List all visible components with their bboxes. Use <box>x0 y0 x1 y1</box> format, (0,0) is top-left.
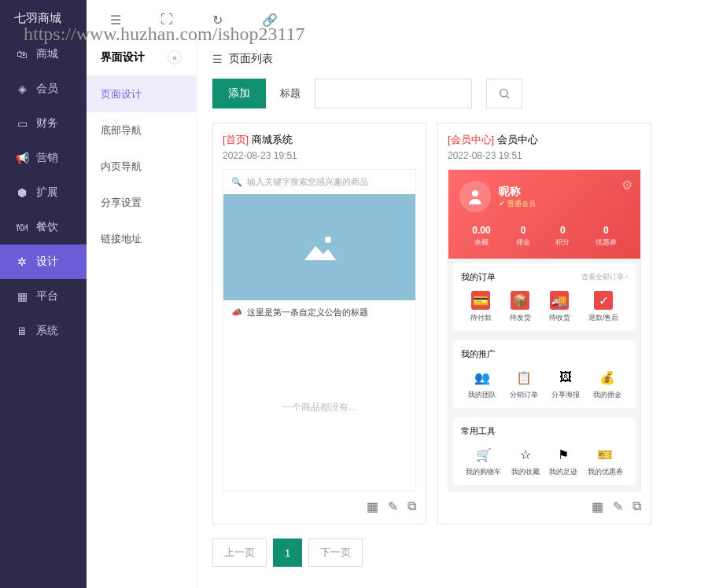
card-date: 2022-08-23 19:51 <box>448 150 641 161</box>
copy-icon[interactable]: ⧉ <box>632 499 641 514</box>
qr-icon[interactable]: ▦ <box>592 499 603 514</box>
edit-icon[interactable]: ✎ <box>613 499 623 514</box>
clipboard-icon: 📋 <box>514 368 533 387</box>
search-icon: 🔍 <box>231 177 242 187</box>
card-title: [会员中心] 会员中心 <box>448 133 641 147</box>
collapse-icon[interactable]: « <box>168 50 182 64</box>
qr-icon[interactable]: ▦ <box>367 499 378 514</box>
speaker-icon: 📣 <box>231 307 242 318</box>
cards-row: [首页] 商城系统 2022-08-23 19:51 🔍 输入关键字搜索您感兴趣… <box>212 123 692 524</box>
truck-icon: 🚚 <box>550 291 569 310</box>
card-title: [首页] 商城系统 <box>223 133 416 147</box>
order-pending-ship[interactable]: 📦待发货 <box>510 291 531 323</box>
title-label: 标题 <box>280 86 301 101</box>
preview-notice: 📣 这里是第一条自定义公告的标题 <box>223 300 415 325</box>
gear-icon: ⚙ <box>621 178 632 193</box>
team-icon: 👥 <box>473 368 492 387</box>
preview-searchbar: 🔍 输入关键字搜索您感兴趣的商品 <box>223 170 415 194</box>
view-all-orders[interactable]: 查看全部订单 › <box>581 272 629 282</box>
nav-extension[interactable]: ⬢扩展 <box>0 175 87 210</box>
copy-icon[interactable]: ⧉ <box>407 499 416 514</box>
svg-point-5 <box>472 190 478 197</box>
person-icon <box>466 187 485 206</box>
wallet-icon: ▭ <box>16 117 28 130</box>
brand-title: 七羽商城 <box>0 0 87 37</box>
page-1-button[interactable]: 1 <box>273 538 302 567</box>
grid-icon: ▦ <box>16 290 28 303</box>
svg-marker-3 <box>304 246 336 260</box>
promo-commission[interactable]: 💰我的佣金 <box>593 368 621 400</box>
main-content: ☰ 页面列表 添加 标题 [首页] 商城系统 2022-08-23 19:51 … <box>197 39 708 588</box>
svg-point-4 <box>325 237 331 243</box>
subnav-title: 界面设计 « <box>87 39 196 76</box>
subnav-inner-nav[interactable]: 内页导航 <box>87 149 196 185</box>
link-icon[interactable]: 🔗 <box>262 13 278 28</box>
tool-fav[interactable]: ☆我的收藏 <box>511 445 540 477</box>
add-button[interactable]: 添加 <box>212 79 266 108</box>
dish-icon: 🍽 <box>16 221 28 233</box>
refresh-icon[interactable]: ↻ <box>212 13 223 28</box>
cube-icon: ⬢ <box>16 186 28 199</box>
nav-system[interactable]: 🖥系统 <box>0 314 87 348</box>
title-input[interactable] <box>315 79 472 108</box>
preview-hero <box>223 194 415 300</box>
promo-orders[interactable]: 📋分销订单 <box>510 368 538 400</box>
nav-food[interactable]: 🍽餐饮 <box>0 210 87 244</box>
orders-block: 我的订单查看全部订单 › 💳待付款 📦待发货 🚚待收货 ✓退款/售后 <box>453 263 636 331</box>
pagination: 上一页 1 下一页 <box>212 538 692 567</box>
megaphone-icon: 📢 <box>16 152 28 164</box>
svg-line-1 <box>507 96 509 98</box>
next-page-button[interactable]: 下一页 <box>308 538 363 567</box>
avatar <box>459 181 491 212</box>
fullscreen-icon[interactable]: ⛶ <box>160 13 173 27</box>
star-icon: ☆ <box>516 445 535 464</box>
tool-cart[interactable]: 🛒我的购物车 <box>466 445 501 477</box>
cart-icon: 🛒 <box>474 445 493 464</box>
card-date: 2022-08-23 19:51 <box>223 150 416 161</box>
subnav-bottom-nav[interactable]: 底部导航 <box>87 112 196 149</box>
card-member: [会员中心] 会员中心 2022-08-23 19:51 ⚙ 昵称 ✔ 普通会员 <box>437 123 651 524</box>
menu-toggle-icon[interactable]: ☰ <box>110 13 121 28</box>
order-pending-receive[interactable]: 🚚待收货 <box>549 291 570 323</box>
nav-member[interactable]: ◈会员 <box>0 72 87 106</box>
order-pending-pay[interactable]: 💳待付款 <box>470 291 492 323</box>
page-title: ☰ 页面列表 <box>212 47 692 79</box>
member-level: ✔ 普通会员 <box>499 199 536 209</box>
edit-icon[interactable]: ✎ <box>388 499 398 514</box>
wallet-icon: 💳 <box>471 291 490 310</box>
check-icon: ✓ <box>594 291 613 310</box>
preview-empty: 一个商品都没有... <box>223 325 415 491</box>
nav-design[interactable]: ✲设计 <box>0 244 87 279</box>
preview-member: ⚙ 昵称 ✔ 普通会员 0.00余额 0佣金 0积分 <box>448 169 641 491</box>
subnav-link[interactable]: 链接地址 <box>87 221 196 257</box>
promo-team[interactable]: 👥我的团队 <box>468 368 496 400</box>
prev-page-button[interactable]: 上一页 <box>212 538 267 567</box>
nickname: 昵称 <box>499 185 536 199</box>
coin-icon: 💰 <box>598 368 617 387</box>
box-icon: 📦 <box>511 291 529 310</box>
topbar: ☰ ⛶ ↻ 🔗 <box>87 0 708 39</box>
member-stats: 0.00余额 0佣金 0积分 0优惠券 <box>459 225 629 248</box>
flag-icon: ⚑ <box>554 445 573 464</box>
nav-mall[interactable]: 🛍商城 <box>0 37 87 72</box>
subnav-share[interactable]: 分享设置 <box>87 185 196 221</box>
list-icon: ☰ <box>212 53 223 65</box>
image-placeholder-icon <box>300 232 339 263</box>
card-homepage: [首页] 商城系统 2022-08-23 19:51 🔍 输入关键字搜索您感兴趣… <box>212 123 426 524</box>
member-hero: ⚙ 昵称 ✔ 普通会员 0.00余额 0佣金 0积分 <box>448 170 640 259</box>
nav-platform[interactable]: ▦平台 <box>0 279 87 314</box>
diamond-icon: ◈ <box>16 83 28 95</box>
svg-point-0 <box>500 90 507 97</box>
subnav-page-design[interactable]: 页面设计 <box>87 76 196 112</box>
nav-marketing[interactable]: 📢营销 <box>0 141 87 175</box>
tool-coupon[interactable]: 🎫我的优惠券 <box>588 445 623 477</box>
tool-footprint[interactable]: ⚑我的足迹 <box>549 445 577 477</box>
search-button[interactable] <box>486 79 522 108</box>
promo-poster[interactable]: 🖼分享海报 <box>551 368 580 400</box>
order-refund[interactable]: ✓退款/售后 <box>588 291 619 323</box>
subnav: 界面设计 « 页面设计 底部导航 内页导航 分享设置 链接地址 <box>87 39 197 588</box>
monitor-icon: 🖥 <box>16 325 28 337</box>
nav-finance[interactable]: ▭财务 <box>0 106 87 141</box>
card-actions: ▦ ✎ ⧉ <box>223 499 416 514</box>
search-icon <box>498 87 511 100</box>
